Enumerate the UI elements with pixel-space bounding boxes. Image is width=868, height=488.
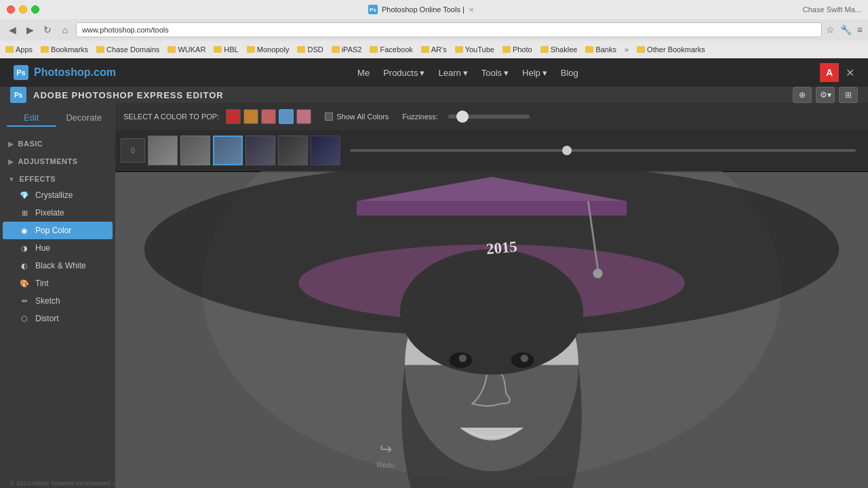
minimize-button[interactable]	[19, 5, 27, 14]
tab-close-icon[interactable]: ✕	[469, 6, 474, 14]
bookmark-monopoly[interactable]: Monopoly	[247, 45, 290, 54]
sidebar-item-hue[interactable]: ◑ Hue	[0, 239, 115, 257]
bookmark-photo-label: Photo	[513, 45, 532, 54]
bookmark-ars[interactable]: AR's	[421, 45, 447, 54]
color-swatch-blue[interactable]	[279, 109, 294, 124]
section-basic: ▶ BASIC	[0, 136, 115, 151]
thumbnail-5[interactable]	[278, 136, 308, 165]
bookmark-shaklee[interactable]: Shaklee	[540, 45, 578, 54]
sidebar-item-distort[interactable]: ⬡ Distort	[0, 310, 115, 327]
nav-products[interactable]: Products ▾	[383, 68, 425, 78]
website-header: Ps Photoshop.com Me Products ▾ Learn ▾ T…	[0, 58, 868, 87]
editor-title-bar: Ps ADOBE PHOTOSHOP EXPRESS EDITOR ⊕ ⚙▾ ⊞	[0, 87, 868, 103]
photo-svg: 2015	[115, 171, 868, 488]
nav-help[interactable]: Help ▾	[522, 68, 547, 78]
editor-container: Ps ADOBE PHOTOSHOP EXPRESS EDITOR ⊕ ⚙▾ ⊞…	[0, 87, 868, 432]
editor-body: Edit Decorate ▶ BASIC ▶ ADJUSTMENTS	[0, 103, 868, 488]
intensity-thumb[interactable]	[562, 146, 572, 155]
bookmark-chase[interactable]: Chase Domains	[96, 45, 159, 54]
thumbnail-original[interactable]: 0	[121, 138, 145, 163]
bookmark-wukar[interactable]: WUKAR	[167, 45, 205, 54]
bookmark-bookmarks[interactable]: Bookmarks	[41, 45, 88, 54]
tab-decorate[interactable]: Decorate	[60, 110, 109, 127]
fuzziness-thumb[interactable]	[456, 110, 469, 123]
bookmark-other[interactable]: Other Bookmarks	[637, 45, 705, 54]
thumbnail-3-active[interactable]	[213, 136, 243, 165]
bookmark-more[interactable]: »	[625, 45, 629, 54]
sidebar-item-crystallize[interactable]: 💎 Crystallize	[0, 186, 115, 204]
nav-me[interactable]: Me	[357, 68, 370, 78]
bookmark-apps-label: Apps	[16, 45, 33, 54]
refresh-button[interactable]: ↻	[41, 23, 54, 37]
sidebar-item-popcolor[interactable]: ◉ Pop Color	[3, 222, 113, 239]
maximize-button[interactable]	[31, 5, 39, 14]
redo-tool[interactable]: ↪ Redo	[377, 441, 395, 469]
nav-icons-right: ☆ 🔧 ≡	[826, 24, 863, 35]
photo-canvas[interactable]: 2015	[115, 171, 868, 488]
thumbnail-4[interactable]	[245, 136, 275, 165]
window-title: Chase Swift Ma...	[803, 5, 861, 14]
intensity-slider[interactable]	[350, 149, 856, 152]
tint-icon: 🎨	[19, 278, 30, 289]
forward-button[interactable]: ▶	[23, 23, 37, 37]
bookmark-apps[interactable]: Apps	[5, 45, 33, 54]
color-swatch-pink[interactable]	[261, 109, 276, 124]
sidebar-item-tint[interactable]: 🎨 Tint	[0, 274, 115, 292]
home-button[interactable]: ⌂	[58, 23, 72, 37]
canvas-area: SELECT A COLOR TO POP: Show All Colors F…	[115, 103, 868, 488]
fuzziness-slider[interactable]	[448, 115, 530, 119]
bookmark-dsd[interactable]: DSD	[297, 45, 323, 54]
close-editor-icon[interactable]: ✕	[846, 66, 854, 79]
sidebar-item-sketch[interactable]: ✏ Sketch	[0, 292, 115, 310]
color-picker-bar: SELECT A COLOR TO POP: Show All Colors F…	[115, 103, 868, 130]
bookmark-hbl[interactable]: HBL	[214, 45, 238, 54]
color-swatch-orange[interactable]	[243, 109, 258, 124]
back-button[interactable]: ◀	[5, 23, 19, 37]
nav-blog[interactable]: Blog	[561, 68, 578, 78]
adobe-icon: A	[820, 63, 839, 82]
settings-button[interactable]: ⚙▾	[816, 87, 835, 103]
edit-decorate-tabs: Edit Decorate	[0, 110, 115, 134]
blackwhite-icon: ◐	[19, 260, 30, 271]
section-effects-label: EFFECTS	[19, 175, 56, 183]
bookmark-banks[interactable]: Banks	[585, 45, 616, 54]
expand-button[interactable]: ⊞	[839, 87, 858, 103]
nav-learn[interactable]: Learn ▾	[438, 68, 467, 78]
bookmark-photo[interactable]: Photo	[502, 45, 532, 54]
bookmark-youtube[interactable]: YouTube	[455, 45, 494, 54]
star-icon[interactable]: ☆	[826, 24, 835, 35]
address-bar[interactable]: www.photoshop.com/tools	[76, 22, 822, 37]
color-picker-label: SELECT A COLOR TO POP:	[123, 113, 219, 121]
tab-edit[interactable]: Edit	[7, 110, 56, 127]
nav-tools[interactable]: Tools ▾	[481, 68, 509, 78]
editor-toolbar-right: ⊕ ⚙▾ ⊞	[793, 87, 858, 103]
browser-tab[interactable]: Ps Photoshop Online Tools | ✕	[360, 3, 482, 16]
close-button[interactable]	[7, 5, 15, 14]
show-all-colors[interactable]: Show All Colors	[325, 113, 389, 121]
sidebar-item-pixelate[interactable]: ⊞ Pixelate	[0, 204, 115, 222]
section-effects-header[interactable]: ▼ EFFECTS	[0, 171, 115, 186]
bookmark-ipas2[interactable]: iPAS2	[332, 45, 362, 54]
fuzziness-label: Fuzziness:	[402, 113, 438, 121]
sketch-icon: ✏	[19, 296, 30, 306]
menu-icon[interactable]: ≡	[857, 24, 863, 35]
bookmark-bookmarks-label: Bookmarks	[51, 45, 88, 54]
color-swatch-red[interactable]	[226, 109, 241, 124]
popcolor-icon: ◉	[19, 225, 30, 236]
bookmark-facebook[interactable]: Facebook	[370, 45, 412, 54]
show-all-checkbox[interactable]	[325, 113, 333, 121]
section-basic-header[interactable]: ▶ BASIC	[0, 136, 115, 151]
section-effects-arrow: ▼	[8, 176, 15, 183]
color-swatch-rose[interactable]	[296, 109, 311, 124]
sidebar-item-blackwhite[interactable]: ◐ Black & White	[0, 257, 115, 274]
thumbnail-1[interactable]	[148, 136, 178, 165]
section-basic-arrow: ▶	[8, 140, 14, 148]
eyedropper-button[interactable]: ⊕	[793, 87, 812, 103]
extension-icon[interactable]: 🔧	[840, 24, 852, 35]
thumbnail-6[interactable]	[311, 136, 340, 165]
ps-logo-icon: Ps	[14, 65, 28, 80]
thumbnail-2[interactable]	[180, 136, 210, 165]
section-basic-label: BASIC	[18, 140, 43, 148]
svg-point-14	[593, 268, 602, 278]
section-adjustments-header[interactable]: ▶ ADJUSTMENTS	[0, 154, 115, 169]
